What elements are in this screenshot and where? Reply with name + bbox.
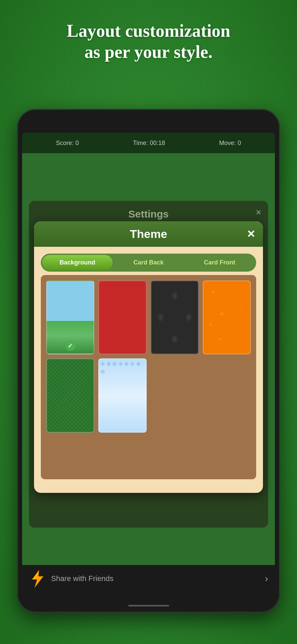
headline-line2: as per your style. — [84, 42, 213, 62]
theme-dialog-header: Theme ✕ — [34, 221, 263, 247]
tab-card-front[interactable]: Card Front — [184, 255, 255, 270]
theme-card-sky[interactable] — [46, 280, 94, 354]
headline-line1: Layout customization — [67, 21, 230, 41]
share-bar[interactable]: Share with Friends › — [22, 565, 275, 592]
theme-dialog: Theme ✕ Background Card Back Card Front — [34, 221, 263, 493]
share-text: Share with Friends — [51, 574, 265, 583]
themes-grid — [41, 275, 256, 479]
game-statusbar: Score: 0 Time: 00:18 Move: 0 — [22, 133, 275, 153]
theme-card-dark[interactable] — [151, 280, 199, 354]
score-label: Score: 0 — [56, 140, 79, 147]
share-arrow: › — [265, 573, 268, 584]
theme-dialog-close-button[interactable]: ✕ — [245, 228, 257, 240]
theme-card-orange[interactable] — [203, 280, 251, 354]
phone-camera-notch — [121, 116, 176, 123]
move-label: Move: 0 — [219, 140, 241, 147]
svg-marker-0 — [32, 570, 43, 587]
lightning-icon — [29, 569, 46, 588]
tab-background[interactable]: Background — [42, 255, 113, 270]
theme-dialog-title: Theme — [130, 227, 167, 241]
phone-frame: Score: 0 Time: 00:18 Move: 0 Settings × … — [17, 109, 280, 613]
theme-card-green[interactable] — [46, 358, 94, 432]
headline: Layout customization as per your style. — [0, 20, 297, 63]
tab-bar: Background Card Back Card Front — [41, 254, 256, 272]
theme-card-red[interactable] — [98, 280, 146, 354]
tab-card-back[interactable]: Card Back — [113, 255, 184, 270]
settings-close-button[interactable]: × — [256, 207, 261, 218]
phone-home-bar — [128, 605, 169, 607]
time-label: Time: 00:18 — [133, 140, 165, 147]
phone-screen: Score: 0 Time: 00:18 Move: 0 Settings × … — [22, 133, 275, 592]
theme-card-snow[interactable] — [98, 358, 146, 432]
